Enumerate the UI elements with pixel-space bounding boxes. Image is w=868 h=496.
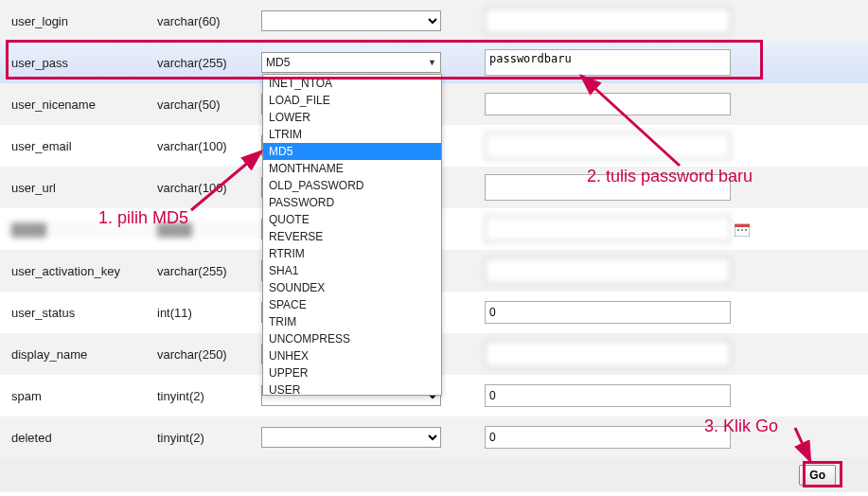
dropdown-option[interactable]: TRIM [263,313,441,330]
field-type: varchar(255) [157,56,261,70]
function-select-open[interactable]: MD5▼INET_NTOALOAD_FILELOWERLTRIMMD5MONTH… [261,52,441,73]
function-cell [261,427,460,448]
field-type: varchar(100) [157,139,261,153]
value-cell [460,133,862,159]
dropdown-option[interactable]: UNCOMPRESS [263,330,441,347]
field-type: int(11) [157,306,261,320]
value-input[interactable] [485,384,731,407]
dropdown-option[interactable]: USER [263,381,441,396]
field-name: user_url [6,181,157,195]
field-type: varchar(60) [157,14,261,28]
field-type: varchar(100) [157,181,261,195]
value-input[interactable] [485,49,731,76]
field-name: spam [6,389,157,403]
field-type: varchar(255) [157,264,261,278]
dropdown-option[interactable]: LTRIM [263,126,441,143]
value-cell [460,257,862,284]
function-cell: MD5▼INET_NTOALOAD_FILELOWERLTRIMMD5MONTH… [261,52,460,73]
function-select[interactable] [261,427,441,448]
field-name: deleted [6,431,157,445]
field-name: user_nicename [6,97,157,112]
dropdown-option[interactable]: LOWER [263,109,441,126]
value-cell [460,426,862,449]
dropdown-option[interactable]: INET_NTOA [263,75,441,92]
svg-rect-1 [735,224,750,227]
value-cell [460,8,862,34]
value-cell [460,216,862,242]
dropdown-option[interactable]: SPACE [263,296,441,313]
chevron-down-icon: ▼ [428,58,436,67]
field-row-deleted: deletedtinyint(2) [0,416,868,458]
dropdown-option[interactable]: UPPER [263,364,441,381]
value-input[interactable] [485,93,731,115]
value-input[interactable] [485,174,731,201]
field-type: ████ [157,222,261,237]
dropdown-option[interactable]: LOAD_FILE [263,92,441,109]
field-row-user_pass: user_passvarchar(255)MD5▼INET_NTOALOAD_F… [0,42,868,83]
value-input[interactable] [485,341,731,367]
field-name: user_status [6,306,157,320]
dropdown-option[interactable]: MONTHNAME [263,160,441,177]
value-input[interactable] [485,216,731,242]
field-type: tinyint(2) [157,389,261,403]
dropdown-option[interactable]: OLD_PASSWORD [263,177,441,194]
field-name: display_name [6,347,157,362]
function-select-value: MD5 [266,56,290,69]
dropdown-option[interactable]: PASSWORD [263,194,441,211]
value-cell [460,49,862,76]
calendar-icon[interactable] [735,222,750,237]
value-cell [460,301,862,324]
value-input[interactable] [485,8,731,34]
value-cell [460,93,862,115]
field-name: user_email [6,139,157,153]
dropdown-option[interactable]: RTRIM [263,245,441,262]
field-name: user_pass [6,56,157,70]
dropdown-option[interactable]: UNHEX [263,347,441,364]
value-input[interactable] [485,257,731,284]
function-dropdown-list[interactable]: INET_NTOALOAD_FILELOWERLTRIMMD5MONTHNAME… [262,74,442,396]
dropdown-option[interactable]: MD5 [263,143,441,160]
dropdown-option[interactable]: SHA1 [263,262,441,279]
svg-rect-3 [741,229,743,231]
dropdown-option[interactable]: SOUNDEX [263,279,441,296]
svg-rect-2 [737,229,739,231]
value-cell [460,384,862,407]
field-type: varchar(50) [157,97,261,112]
value-input[interactable] [485,301,731,324]
go-button[interactable]: Go [799,465,836,486]
field-type: varchar(250) [157,347,261,362]
dropdown-option[interactable]: QUOTE [263,211,441,228]
value-cell [460,341,862,367]
dropdown-option[interactable]: REVERSE [263,228,441,245]
field-name: ████ [6,222,157,237]
function-cell [261,10,460,31]
field-name: user_activation_key [6,264,157,278]
svg-rect-4 [745,229,747,231]
value-input[interactable] [485,426,731,449]
field-type: tinyint(2) [157,431,261,445]
field-name: user_login [6,14,157,28]
field-row-user_login: user_loginvarchar(60) [0,0,868,42]
footer-bar: Go [0,458,868,492]
value-cell [460,174,862,201]
function-select[interactable] [261,10,441,31]
value-input[interactable] [485,133,731,159]
